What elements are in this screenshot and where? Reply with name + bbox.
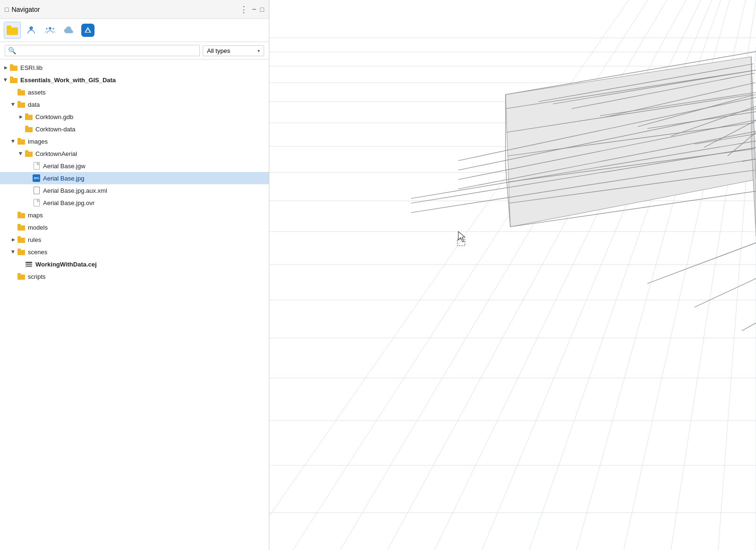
portal-group-button[interactable] — [42, 22, 59, 39]
folder-icon-models — [17, 223, 26, 232]
label-data: data — [28, 101, 40, 108]
tree-item-aerial-ovr[interactable]: Aerial Base.jpg.ovr — [0, 197, 269, 209]
label-corktown-data: Corktown-data — [35, 126, 76, 133]
tree-item-images[interactable]: ▶ images — [0, 135, 269, 147]
cloud-icon — [64, 25, 74, 35]
navigator-title: Navigator — [11, 6, 240, 13]
tree-item-data[interactable]: ▶ data — [0, 98, 269, 111]
svg-rect-4 — [65, 31, 73, 34]
search-input-wrapper[interactable]: 🔍 — [5, 45, 200, 56]
expand-arrow-gdb[interactable]: ▶ — [17, 113, 25, 120]
expand-arrow-esrilib[interactable]: ▶ — [2, 64, 9, 71]
minimize-button[interactable]: − — [252, 6, 256, 13]
label-scripts: scripts — [28, 273, 46, 280]
tree-item-rules[interactable]: ▶ rules — [0, 233, 269, 246]
tree-item-corktown-data[interactable]: Corktown-data — [0, 123, 269, 135]
file-tree: ▶ ESRI.lib ▶ Essentials_Work_with_GIS_Da… — [0, 60, 269, 550]
folder-icon-corktown-data — [25, 125, 33, 133]
search-icon: 🔍 — [8, 47, 16, 54]
expand-arrow-images[interactable]: ▶ — [9, 138, 17, 145]
label-aerial-jgw: Aerial Base.jgw — [43, 163, 86, 170]
file-icon-jpg: JPG — [32, 174, 41, 182]
label-gdb: Corktown.gdb — [35, 113, 73, 120]
svg-point-1 — [49, 27, 52, 29]
folder-icon-assets — [17, 88, 26, 96]
tree-item-corktown-gdb[interactable]: ▶ Corktown.gdb — [0, 111, 269, 123]
type-filter-dropdown[interactable]: All types ▾ — [203, 45, 264, 56]
tree-item-aerial-jpg[interactable]: JPG Aerial Base.jpg — [0, 172, 269, 184]
folder-icon-rules — [17, 235, 26, 244]
tree-item-maps[interactable]: maps — [0, 209, 269, 221]
label-workingwithdata: WorkingWithData.cej — [35, 261, 97, 268]
file-icon-xml — [32, 186, 41, 195]
folder-yellow-icon — [7, 26, 18, 35]
jpg-file-icon: JPG — [33, 174, 40, 182]
navigator-titlebar: □ Navigator ⋮ − □ — [0, 0, 269, 19]
tree-item-aerial-jgw[interactable]: Aerial Base.jgw — [0, 160, 269, 172]
living-atlas-button[interactable] — [79, 22, 96, 39]
file-icon-jgw — [32, 162, 41, 170]
folder-icon-data — [17, 100, 26, 109]
arcgis-online-button[interactable] — [60, 22, 77, 39]
tree-item-models[interactable]: models — [0, 221, 269, 233]
tree-item-essentials[interactable]: ▶ Essentials_Work_with_GIS_Data — [0, 74, 269, 86]
search-input[interactable] — [18, 47, 197, 54]
label-images: images — [28, 138, 48, 145]
expand-arrow-rules[interactable]: ▶ — [9, 236, 17, 243]
label-aerial-ovr: Aerial Base.jpg.ovr — [43, 199, 94, 206]
tree-item-scenes[interactable]: ▶ scenes — [0, 246, 269, 258]
label-corktownaerial: CorktownAerial — [35, 150, 77, 157]
svg-point-0 — [29, 26, 33, 30]
tree-item-aerial-xml[interactable]: Aerial Base.jpg.aux.xml — [0, 184, 269, 197]
titlebar-controls: ⋮ − □ — [240, 5, 264, 14]
expand-arrow-data[interactable]: ▶ — [9, 101, 17, 108]
file-icon-ovr — [32, 198, 41, 207]
navigator-panel: □ Navigator ⋮ − □ — [0, 0, 269, 550]
type-filter-label: All types — [207, 47, 230, 54]
expand-arrow-essentials[interactable]: ▶ — [2, 76, 9, 84]
label-aerial-xml: Aerial Base.jpg.aux.xml — [43, 187, 107, 194]
folder-icon-essentials — [9, 76, 18, 84]
label-scenes: scenes — [28, 249, 47, 256]
label-maps: maps — [28, 212, 43, 219]
label-essentials: Essentials_Work_with_GIS_Data — [20, 77, 116, 84]
folder-icon-esrilib — [9, 63, 18, 72]
label-esrilib: ESRI.lib — [20, 64, 43, 71]
window-icon: □ — [5, 6, 9, 13]
expand-arrow-corktownaerial[interactable]: ▶ — [17, 150, 25, 157]
label-aerial-jpg: Aerial Base.jpg — [43, 175, 84, 182]
tree-item-assets[interactable]: assets — [0, 86, 269, 98]
navigator-toolbar — [0, 19, 269, 42]
label-assets: assets — [28, 89, 46, 96]
chevron-down-icon: ▾ — [258, 48, 260, 53]
tree-item-scripts[interactable]: scripts — [0, 270, 269, 283]
expand-arrow-scenes[interactable]: ▶ — [9, 248, 17, 256]
folder-icon-corktownaerial — [25, 149, 33, 158]
person-icon — [26, 25, 36, 35]
people-group-icon — [45, 25, 55, 35]
folder-icon-maps — [17, 211, 26, 219]
tree-item-esrilib[interactable]: ▶ ESRI.lib — [0, 61, 269, 74]
svg-point-3 — [52, 28, 54, 30]
tree-item-corktownaerial[interactable]: ▶ CorktownAerial — [0, 147, 269, 160]
folder-icon-scenes — [17, 248, 26, 256]
grid-viewport — [269, 0, 756, 550]
open-folder-button[interactable] — [4, 22, 21, 39]
label-models: models — [28, 224, 48, 231]
cej-icon — [25, 260, 33, 268]
svg-point-2 — [46, 28, 48, 30]
arcgis-icon — [81, 24, 94, 37]
portal-user-button[interactable] — [23, 22, 40, 39]
viewport[interactable] — [269, 0, 756, 550]
label-rules: rules — [28, 236, 41, 243]
more-options-button[interactable]: ⋮ — [240, 5, 248, 14]
folder-icon-gdb — [25, 112, 33, 121]
restore-button[interactable]: □ — [260, 6, 264, 13]
folder-icon-scripts — [17, 272, 26, 281]
tree-item-workingwithdata[interactable]: WorkingWithData.cej — [0, 258, 269, 270]
folder-icon-images — [17, 137, 26, 146]
search-bar: 🔍 All types ▾ — [0, 42, 269, 60]
